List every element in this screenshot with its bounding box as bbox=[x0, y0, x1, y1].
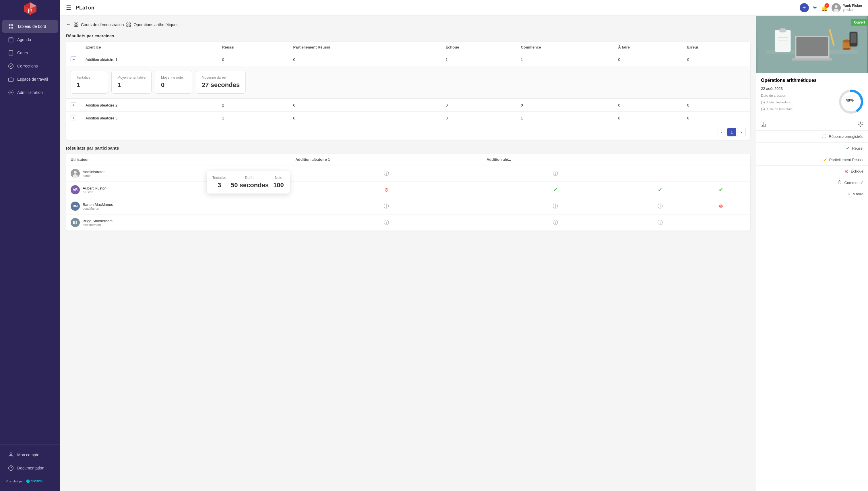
tooltip-note-value: 100 bbox=[273, 181, 284, 189]
fail-icon: ⊗ bbox=[845, 169, 848, 174]
add-button[interactable]: + bbox=[800, 3, 809, 12]
stat-card-moyenne-duree: Moyenne durée 27 secondes bbox=[196, 70, 246, 94]
sidebar-item-label: Agenda bbox=[17, 37, 31, 42]
expand-button[interactable]: + bbox=[70, 102, 77, 108]
moyenne-tentative-value: 1 bbox=[117, 81, 146, 89]
svg-rect-7 bbox=[11, 27, 13, 29]
col-commence: Commencé bbox=[516, 41, 614, 53]
results-exercises-table: Exercice Réussi Partiellement Réussi Éch… bbox=[66, 41, 750, 140]
date-creation-label: Date de création bbox=[761, 94, 786, 97]
legend-item-a-faire: ○ À faire bbox=[756, 188, 868, 199]
settings-icon bbox=[8, 90, 14, 95]
svg-rect-35 bbox=[775, 30, 791, 52]
col-partiellement: Partiellement Réussi bbox=[289, 41, 441, 53]
current-page-button[interactable]: 1 bbox=[727, 128, 736, 136]
sidebar-item-cours[interactable]: Cours bbox=[2, 47, 58, 59]
legend-item-reussi: ✔ Réussi bbox=[756, 142, 868, 154]
moyenne-duree-value: 27 secondes bbox=[202, 81, 240, 89]
bar-chart-button[interactable] bbox=[761, 121, 767, 128]
svg-rect-25 bbox=[74, 25, 76, 26]
meta-date-creation: 22 août 2023 bbox=[761, 86, 793, 91]
col-a-faire: À faire bbox=[613, 41, 683, 53]
notification-button[interactable]: 🔔 4 bbox=[821, 4, 828, 11]
settings-button[interactable] bbox=[858, 121, 863, 128]
user-info-container: Yank Picker ypicker bbox=[832, 3, 862, 12]
cell-echoue: 0 bbox=[441, 99, 516, 112]
meta-label-creation: Date de création bbox=[761, 94, 793, 97]
collapse-button[interactable]: − bbox=[70, 57, 77, 62]
expand-button[interactable]: + bbox=[70, 115, 77, 121]
col-exercice: Exercice bbox=[81, 41, 217, 53]
date-fermeture-label: Date de fermeture bbox=[767, 107, 793, 111]
sidebar-item-espace-de-travail[interactable]: Espace de travail bbox=[2, 73, 58, 86]
svg-text:jb: jb bbox=[28, 7, 32, 12]
sun-button[interactable]: ☀ bbox=[812, 4, 817, 11]
user-handle: ypicker bbox=[843, 8, 862, 12]
sidebar-bottom: Mon compte Documentation Propulsé par CI… bbox=[0, 444, 60, 491]
col-echoue: Échoué bbox=[441, 41, 516, 53]
stat-card-tentative: Tentative 1 bbox=[70, 70, 108, 94]
moyenne-duree-label: Moyenne durée bbox=[202, 76, 240, 80]
col-addition2: Addition alé... bbox=[482, 154, 629, 165]
sidebar-item-mon-compte[interactable]: Mon compte bbox=[2, 449, 58, 461]
prev-page-button[interactable]: ‹ bbox=[718, 128, 726, 136]
sidebar-item-corrections[interactable]: Corrections bbox=[2, 60, 58, 73]
breadcrumb: ← Cours de démonstration Opérations arit… bbox=[66, 22, 750, 28]
col-expand bbox=[66, 41, 81, 53]
svg-rect-29 bbox=[127, 25, 128, 26]
course-label[interactable]: Cours de démonstration bbox=[81, 22, 124, 27]
svg-point-32 bbox=[72, 174, 78, 178]
sidebar-item-tableau-de-bord[interactable]: Tableau de bord bbox=[2, 20, 58, 33]
sidebar-item-agenda[interactable]: Agenda bbox=[2, 33, 58, 46]
expanded-stats-row: Tentative 1 Moyenne tentative 1 Moyenne … bbox=[66, 66, 750, 99]
app-title: PLaTon bbox=[76, 5, 795, 11]
col-extra bbox=[691, 154, 750, 165]
right-sidebar: Ouvert Opérations arithmétiques 22 août … bbox=[756, 16, 868, 491]
svg-point-14 bbox=[10, 92, 12, 93]
meta-date-fermeture: Date de fermeture bbox=[761, 107, 793, 111]
menu-icon[interactable]: ☰ bbox=[66, 4, 71, 11]
svg-point-47 bbox=[843, 40, 850, 42]
cell-commence: 0 bbox=[516, 99, 614, 112]
table-row: BM Barton MacManus bcacManus ⓘ ⓘ ⓘ bbox=[66, 198, 750, 214]
progress-circle: 40% bbox=[838, 89, 861, 112]
status-icon: ⓘ bbox=[553, 220, 558, 225]
user-id: aruston bbox=[83, 191, 107, 194]
user-id: bsmitherham bbox=[83, 223, 113, 227]
status-icon: ⓘ bbox=[384, 203, 389, 209]
tooltip-note-label: Note bbox=[273, 176, 284, 180]
grid-icon bbox=[8, 24, 14, 29]
sidebar-item-administration[interactable]: Administration bbox=[2, 86, 58, 99]
tooltip-duree: Durée 50 secondes bbox=[231, 176, 269, 189]
table-row: + Addition aléatoire 2 2 0 0 0 0 0 bbox=[66, 99, 750, 112]
meta-date-ouverture: Date d'ouverture bbox=[761, 100, 793, 105]
user-id: admin bbox=[83, 174, 105, 177]
svg-rect-43 bbox=[792, 58, 832, 61]
svg-rect-13 bbox=[9, 78, 13, 82]
tentative-value: 1 bbox=[77, 81, 102, 89]
svg-rect-28 bbox=[129, 23, 130, 24]
status-icon: ✔ bbox=[719, 187, 723, 193]
cell-erreur: 0 bbox=[683, 99, 750, 112]
sidebar-item-documentation[interactable]: Documentation bbox=[2, 462, 58, 474]
activity-status-badge: Ouvert bbox=[851, 19, 868, 26]
legend-label: Réussi bbox=[852, 146, 863, 150]
svg-rect-30 bbox=[129, 25, 130, 26]
back-button[interactable]: ← bbox=[66, 22, 71, 28]
next-page-button[interactable]: › bbox=[737, 128, 746, 136]
svg-rect-27 bbox=[127, 23, 128, 24]
check-circle-icon bbox=[8, 63, 14, 69]
svg-rect-6 bbox=[9, 27, 11, 29]
tooltip-popup: Tentative 3 Durée 50 secondes Note 100 bbox=[207, 171, 290, 194]
col-erreur: Erreur bbox=[683, 41, 750, 53]
activity-image: Ouvert bbox=[756, 16, 868, 73]
legend-item-response: ⓘ Réponse enregistrée bbox=[756, 131, 868, 142]
cell-echoue: 0 bbox=[441, 112, 516, 125]
cell-partiellement: 0 bbox=[289, 53, 441, 66]
svg-point-18 bbox=[26, 480, 30, 483]
moyenne-note-label: Moyenne note bbox=[161, 76, 186, 80]
tooltip-duree-value: 50 secondes bbox=[231, 181, 269, 189]
tooltip-duree-label: Durée bbox=[231, 176, 269, 180]
results-exercises-title: Résultats par exercices bbox=[66, 33, 750, 38]
svg-point-59 bbox=[860, 124, 861, 125]
